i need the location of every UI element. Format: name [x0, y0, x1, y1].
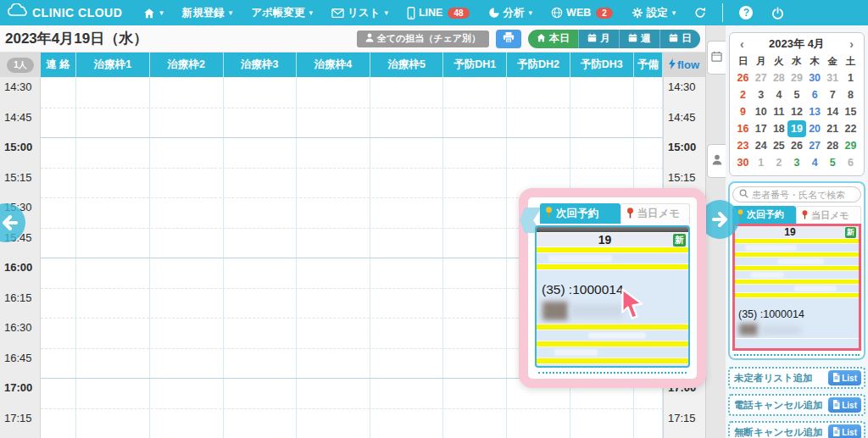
calendar-day[interactable]: 29 [787, 69, 805, 86]
list-button[interactable]: List [828, 397, 861, 413]
nav-item-home[interactable]: ▾ [134, 0, 173, 25]
calendar-day[interactable]: 8 [842, 86, 860, 103]
calendar-day[interactable]: 17 [752, 120, 770, 137]
calendar-day[interactable]: 31 [824, 69, 842, 86]
appointment-row[interactable] [735, 285, 859, 293]
staff-panel-tab[interactable] [707, 144, 726, 178]
calendar-day[interactable]: 30 [734, 154, 752, 171]
calendar-day[interactable]: 29 [842, 137, 860, 154]
calendar-panel-tab[interactable] [707, 41, 726, 75]
calendar-day[interactable]: 15 [842, 103, 860, 120]
calendar-day[interactable]: 2 [734, 86, 752, 103]
week-view-button[interactable]: 週 [619, 30, 659, 48]
tab-today-memo[interactable]: 当日メモ [620, 203, 690, 224]
no-show-cancel-add[interactable]: 無断キャンセル追加List [728, 421, 865, 438]
pending-list-add[interactable]: 未定者リスト追加List [728, 367, 865, 389]
calendar-day[interactable]: 28 [770, 69, 787, 86]
column-header-10[interactable]: 予備 [634, 53, 663, 77]
calendar-day[interactable]: 2 [770, 154, 787, 171]
list-button[interactable]: List [828, 370, 861, 385]
calendar-prev-button[interactable]: ‹ [737, 37, 747, 51]
month-view-button[interactable]: 月 [578, 30, 619, 48]
appointment-row[interactable] [537, 330, 688, 341]
calendar-day[interactable]: 10 [752, 103, 770, 120]
column-header-5[interactable]: 治療枠4 [297, 53, 370, 77]
slot-header-row[interactable]: 19新 [537, 233, 688, 247]
appointment-row[interactable] [537, 253, 688, 264]
calendar-day[interactable]: 26 [734, 69, 752, 86]
appointment-row[interactable] [735, 258, 859, 266]
logout-button[interactable] [762, 0, 793, 25]
patient-search-input[interactable] [752, 190, 854, 200]
flow-column-header[interactable]: flow [663, 53, 705, 77]
calendar-day[interactable]: 4 [806, 154, 824, 171]
schedule-column[interactable] [41, 77, 76, 438]
column-header-1[interactable]: 連 絡 [41, 53, 76, 77]
calendar-day[interactable]: 1 [752, 154, 770, 171]
slot-header-row[interactable]: 19新 [735, 226, 859, 239]
nav-item-new-registration[interactable]: 新規登録▾ [173, 0, 242, 25]
calendar-next-button[interactable]: › [847, 37, 856, 51]
column-header-6[interactable]: 治療枠5 [370, 53, 444, 77]
nav-item-refresh[interactable] [685, 0, 715, 25]
calendar-day[interactable]: 28 [824, 137, 842, 154]
column-header-4[interactable]: 治療枠3 [224, 53, 298, 77]
calendar-day[interactable]: 6 [806, 86, 824, 103]
calendar-day[interactable]: 22 [842, 120, 860, 137]
calendar-day[interactable]: 3 [752, 86, 770, 103]
patient-appointment-card[interactable]: (35) :1000014 [537, 270, 688, 324]
calendar-day[interactable]: 26 [787, 137, 805, 154]
column-header-2[interactable]: 治療枠1 [76, 53, 150, 77]
calendar-day[interactable]: 4 [770, 86, 787, 103]
staff-filter-button[interactable]: 全ての担当（チェア別） [357, 30, 489, 47]
calendar-day[interactable]: 6 [842, 154, 860, 171]
nav-item-web[interactable]: WEB2 [542, 0, 622, 25]
calendar-day[interactable]: 11 [770, 103, 787, 120]
calendar-day[interactable]: 7 [824, 86, 842, 103]
calendar-day[interactable]: 12 [787, 103, 805, 120]
calendar-day[interactable]: 5 [824, 154, 842, 171]
tab-next-appointment[interactable]: 次回予約 [540, 203, 620, 224]
phone-cancel-add[interactable]: 電話キャンセル追加List [728, 394, 865, 416]
schedule-column[interactable] [443, 77, 507, 438]
calendar-day[interactable]: 30 [806, 69, 824, 86]
calendar-day[interactable]: 3 [787, 154, 805, 171]
nav-item-appointment-book-change[interactable]: アポ帳変更▾ [242, 0, 322, 25]
nav-item-analysis[interactable]: 分析▾ [479, 0, 542, 25]
next-appointment-list[interactable]: 19新(35) :1000014 [732, 224, 861, 351]
nav-item-list[interactable]: リスト▾ [322, 0, 398, 25]
patient-search[interactable] [732, 186, 861, 202]
nav-item-settings[interactable]: 設定▾ [622, 0, 686, 25]
calendar-day[interactable]: 24 [752, 137, 770, 154]
calendar-day[interactable]: 5 [787, 86, 805, 103]
column-header-7[interactable]: 予防DH1 [443, 53, 507, 77]
calendar-day[interactable]: 27 [806, 137, 824, 154]
list-button[interactable]: List [828, 424, 861, 438]
schedule-column[interactable] [150, 77, 224, 438]
column-header-9[interactable]: 予防DH3 [570, 53, 634, 77]
calendar-day[interactable]: 20 [806, 120, 824, 137]
calendar-day[interactable]: 9 [734, 103, 752, 120]
app-logo[interactable]: CLINIC CLOUD [0, 6, 134, 19]
calendar-day[interactable]: 23 [734, 137, 752, 154]
calendar-day[interactable]: 27 [752, 69, 770, 86]
column-header-3[interactable]: 治療枠2 [150, 53, 224, 77]
day-view-button[interactable]: 日 [659, 30, 700, 48]
calendar-day[interactable]: 25 [770, 137, 787, 154]
tab-next-appointment[interactable]: 次回予約 [732, 206, 796, 224]
appointment-row[interactable] [735, 244, 859, 252]
appointment-row[interactable] [735, 271, 859, 280]
patient-appointment-card[interactable]: (35) :1000014 [735, 298, 859, 339]
schedule-column[interactable] [224, 77, 298, 438]
calendar-day[interactable]: 16 [734, 120, 752, 137]
schedule-column[interactable] [370, 77, 444, 438]
calendar-day[interactable]: 21 [824, 120, 842, 137]
calendar-day-selected[interactable]: 19 [787, 120, 805, 137]
calendar-day[interactable]: 13 [806, 103, 824, 120]
help-button[interactable]: ? [730, 0, 762, 25]
appointment-row[interactable] [537, 347, 688, 358]
schedule-column[interactable] [297, 77, 370, 438]
column-header-8[interactable]: 予防DH2 [507, 53, 570, 77]
calendar-day[interactable]: 14 [824, 103, 842, 120]
today-button[interactable]: 本日 [528, 30, 578, 48]
